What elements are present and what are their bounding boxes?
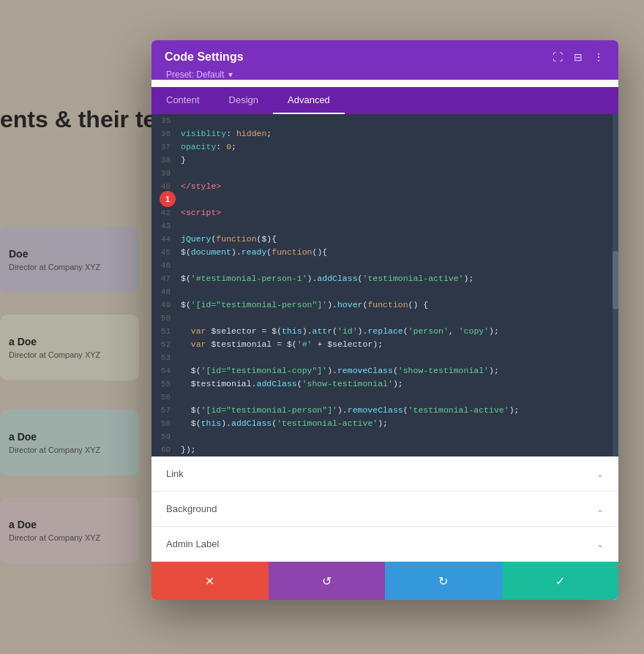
line-content [178,391,181,404]
line-number: 45 [151,246,178,259]
line-number: 43 [151,219,178,233]
line-content: }); [178,443,196,456]
code-lines: 3536visiblity: hidden;37opacity: 0;38}39… [151,114,618,456]
line-content [178,285,181,298]
code-line: 59 [151,430,618,443]
modal-header: Code Settings ⛶ ⊟ ⋮ Preset: Default ▾ [151,40,618,80]
accordion-admin-label-chevron: ⌄ [596,539,604,549]
line-content: $(document).ready(function(){ [178,246,327,259]
accordion-background-header[interactable]: Background ⌄ [151,492,618,526]
accordion-background-chevron: ⌄ [596,504,604,514]
line-number: 57 [151,404,178,417]
line-number: 60 [151,443,178,456]
accordion-background: Background ⌄ [151,492,618,527]
code-line: 54 $('[id="testimonial-copy"]').removeCl… [151,364,618,377]
preset-selector[interactable]: Preset: Default ▾ [165,69,605,80]
line-content: var $selector = $(this).attr('id').repla… [178,325,499,338]
line-content [178,219,181,233]
code-line: 49$('[id="testimonial-person"]').hover(f… [151,298,618,312]
code-line: 37opacity: 0; [151,140,618,154]
line-content [178,167,181,180]
line-number: 39 [151,167,178,180]
line-content: $('[id="testimonial-person"]').hover(fun… [178,298,428,312]
code-line: 60}); [151,443,618,456]
line-number: 38 [151,154,178,167]
line-content: } [178,154,186,167]
reset-button[interactable]: ↺ [269,562,386,600]
line-content: var $testimonial = $('#' + $selector); [178,338,383,351]
code-line: 47$('#testimonial-person-1').addClass('t… [151,272,618,285]
code-line: 52 var $testimonial = $('#' + $selector)… [151,338,618,351]
code-line: 39 [151,167,618,180]
more-icon[interactable]: ⋮ [592,50,605,64]
accordion-background-label: Background [166,503,217,514]
line-number: 59 [151,430,178,443]
line-content: visiblity: hidden; [178,127,272,140]
line-number: 47 [151,272,178,285]
modal-footer: ✕ ↺ ↻ ✓ [151,562,618,600]
line-content: $('[id="testimonial-person"]').removeCla… [178,404,519,417]
line-number: 35 [151,114,178,127]
line-content [178,259,181,272]
line-content: opacity: 0; [178,140,236,154]
line-content [178,114,181,127]
code-line: 51 var $selector = $(this).attr('id').re… [151,325,618,338]
line-content: $('[id="testimonial-copy"]').removeClass… [178,364,499,377]
code-line: 36visiblity: hidden; [151,127,618,140]
notification-badge: 1 [160,191,176,207]
code-line: 43 [151,219,618,233]
line-number: 50 [151,312,178,325]
line-number: 37 [151,140,178,154]
line-number: 48 [151,285,178,298]
tab-advanced[interactable]: Advanced [273,87,345,114]
modal-tabs: Content Design Advanced [151,87,618,114]
line-content: <script> [178,206,221,219]
code-line: 45$(document).ready(function(){ [151,246,618,259]
accordion-admin-label-header[interactable]: Admin Label ⌄ [151,527,618,561]
code-line: 35 [151,114,618,127]
line-content [178,312,181,325]
line-number: 46 [151,259,178,272]
line-content [178,193,181,206]
code-line: 42<script> [151,206,618,219]
line-content [178,430,181,443]
tab-content[interactable]: Content [151,87,214,114]
line-number: 42 [151,206,178,219]
code-line: 56 [151,391,618,404]
columns-icon[interactable]: ⊟ [572,50,585,64]
code-line: 38} [151,154,618,167]
code-line: 48 [151,285,618,298]
screen-icon[interactable]: ⛶ [551,50,564,64]
scrollbar-thumb[interactable] [613,251,618,309]
line-number: 49 [151,298,178,312]
line-number: 44 [151,233,178,246]
line-number: 51 [151,325,178,338]
preset-label: Preset: Default [166,69,224,80]
line-content: $testimonial.addClass('show-testimonial'… [178,377,403,391]
line-number: 58 [151,417,178,430]
line-content [178,351,181,364]
accordion-admin-label-label: Admin Label [166,538,219,549]
code-line: 58 $(this).addClass('testimonial-active'… [151,417,618,430]
tab-design[interactable]: Design [214,87,273,114]
line-number: 36 [151,127,178,140]
accordion-link-header[interactable]: Link ⌄ [151,456,618,491]
line-content: jQuery(function($){ [178,233,277,246]
line-number: 54 [151,364,178,377]
code-line: 50 [151,312,618,325]
line-number: 53 [151,351,178,364]
accordion-link-label: Link [166,468,184,479]
save-button[interactable]: ✓ [502,562,619,600]
line-content: $(this).addClass('testimonial-active'); [178,417,388,430]
scrollbar-track[interactable] [613,114,618,456]
code-line: 57 $('[id="testimonial-person"]').remove… [151,404,618,417]
code-line: 44jQuery(function($){ [151,233,618,246]
cancel-button[interactable]: ✕ [151,562,269,600]
code-editor[interactable]: 3536visiblity: hidden;37opacity: 0;38}39… [151,114,618,456]
code-line: 41 [151,193,618,206]
line-number: 52 [151,338,178,351]
refresh-button[interactable]: ↻ [385,562,502,600]
preset-arrow: ▾ [228,69,233,80]
modal-header-icons: ⛶ ⊟ ⋮ [551,50,605,64]
code-line: 55 $testimonial.addClass('show-testimoni… [151,377,618,391]
